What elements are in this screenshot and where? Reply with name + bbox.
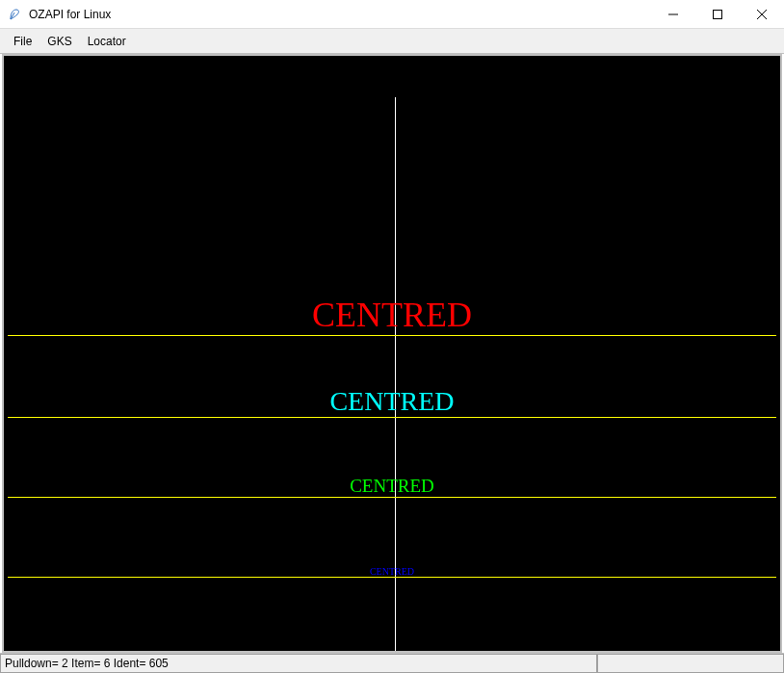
status-spacer <box>597 654 784 673</box>
horizontal-guide-line <box>8 335 776 336</box>
window-title: OZAPI for Linux <box>29 8 651 21</box>
titlebar: OZAPI for Linux <box>0 0 784 29</box>
app-icon <box>8 7 23 22</box>
status-text: Pulldown= 2 Item= 6 Ident= 605 <box>0 654 597 673</box>
menu-locator[interactable]: Locator <box>80 33 134 50</box>
centred-label: CENTRED <box>370 566 414 577</box>
minimize-button[interactable] <box>651 0 695 28</box>
horizontal-guide-line <box>8 417 776 418</box>
svg-rect-2 <box>714 10 722 18</box>
centred-label: CENTRED <box>329 386 454 417</box>
close-button[interactable] <box>740 0 784 28</box>
statusbar: Pulldown= 2 Item= 6 Ident= 605 <box>0 653 784 673</box>
centred-label: CENTRED <box>312 295 472 335</box>
menubar: File GKS Locator <box>0 29 784 54</box>
graphics-canvas[interactable]: CENTREDCENTREDCENTREDCENTRED <box>2 54 782 653</box>
maximize-button[interactable] <box>695 0 740 28</box>
horizontal-guide-line <box>8 497 776 498</box>
centred-label: CENTRED <box>350 476 434 497</box>
window-control-group <box>651 0 784 28</box>
horizontal-guide-line <box>8 577 776 578</box>
menu-file[interactable]: File <box>6 33 39 50</box>
menu-gks[interactable]: GKS <box>39 33 79 50</box>
